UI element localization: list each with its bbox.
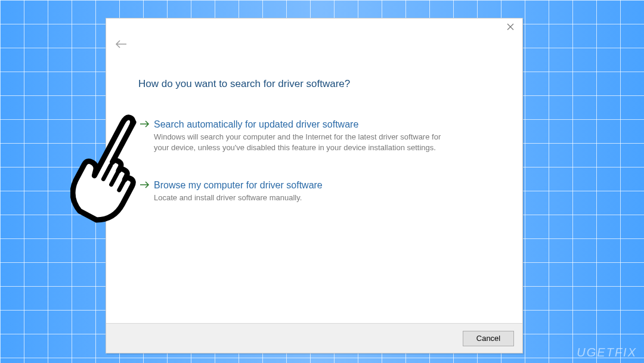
watermark: UGETFIX <box>577 346 637 359</box>
close-icon <box>507 22 514 32</box>
titlebar <box>106 18 522 39</box>
back-row <box>106 39 522 51</box>
option-title: Search automatically for updated driver … <box>154 119 490 131</box>
option-browse-computer[interactable]: Browse my computer for driver software L… <box>138 179 490 203</box>
option-search-automatically[interactable]: Search automatically for updated driver … <box>138 119 490 153</box>
option-description: Windows will search your computer and th… <box>154 132 458 153</box>
back-arrow-icon[interactable] <box>114 39 128 51</box>
option-body: Search automatically for updated driver … <box>154 119 490 153</box>
dialog-footer: Cancel <box>106 323 522 353</box>
option-description: Locate and install driver software manua… <box>154 193 458 203</box>
option-body: Browse my computer for driver software L… <box>154 179 490 203</box>
dialog-content: How do you want to search for driver sof… <box>106 51 522 323</box>
option-title: Browse my computer for driver software <box>154 179 490 191</box>
dialog-heading: How do you want to search for driver sof… <box>138 78 490 90</box>
close-button[interactable] <box>499 18 522 35</box>
arrow-right-icon <box>140 181 154 191</box>
arrow-right-icon <box>140 120 154 131</box>
update-driver-dialog: How do you want to search for driver sof… <box>106 18 523 353</box>
cancel-button[interactable]: Cancel <box>463 331 514 346</box>
